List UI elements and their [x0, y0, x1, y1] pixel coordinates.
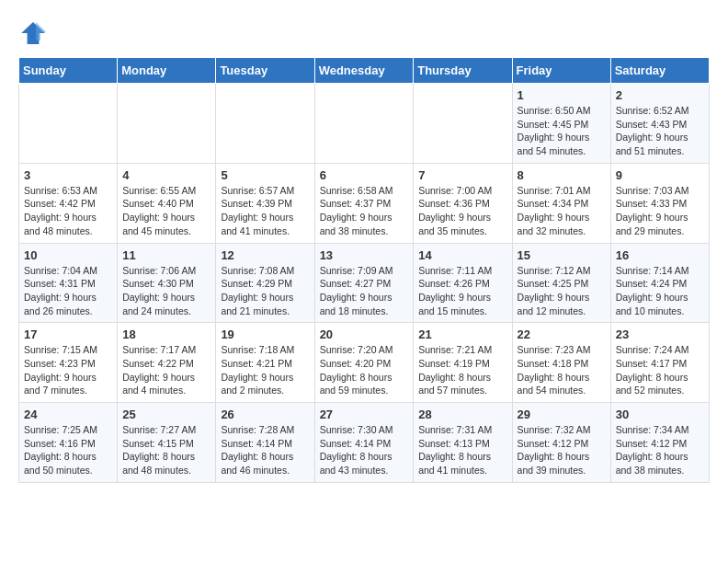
calendar-cell: 10Sunrise: 7:04 AM Sunset: 4:31 PM Dayli…: [19, 243, 118, 323]
day-number: 14: [418, 248, 506, 262]
day-info: Sunrise: 7:30 AM Sunset: 4:14 PM Dayligh…: [320, 423, 409, 477]
calendar-cell: [118, 84, 216, 164]
day-info: Sunrise: 7:28 AM Sunset: 4:14 PM Dayligh…: [221, 423, 309, 477]
day-info: Sunrise: 7:03 AM Sunset: 4:33 PM Dayligh…: [616, 184, 704, 238]
logo: [18, 18, 53, 48]
calendar-cell: 24Sunrise: 7:25 AM Sunset: 4:16 PM Dayli…: [19, 403, 118, 483]
day-info: Sunrise: 7:27 AM Sunset: 4:15 PM Dayligh…: [122, 423, 210, 477]
calendar-week-row: 17Sunrise: 7:15 AM Sunset: 4:23 PM Dayli…: [19, 323, 710, 403]
day-info: Sunrise: 6:55 AM Sunset: 4:40 PM Dayligh…: [122, 184, 210, 238]
calendar-cell: 27Sunrise: 7:30 AM Sunset: 4:14 PM Dayli…: [314, 403, 414, 483]
calendar-cell: 3Sunrise: 6:53 AM Sunset: 4:42 PM Daylig…: [19, 163, 118, 243]
page-header: [18, 18, 710, 48]
day-number: 1: [518, 88, 606, 102]
day-number: 5: [221, 168, 309, 182]
day-info: Sunrise: 6:58 AM Sunset: 4:37 PM Dayligh…: [320, 184, 409, 238]
calendar-cell: 22Sunrise: 7:23 AM Sunset: 4:18 PM Dayli…: [512, 323, 610, 403]
day-number: 4: [122, 168, 210, 182]
day-info: Sunrise: 7:31 AM Sunset: 4:13 PM Dayligh…: [418, 423, 506, 477]
calendar-week-row: 24Sunrise: 7:25 AM Sunset: 4:16 PM Dayli…: [19, 403, 710, 483]
calendar-cell: 7Sunrise: 7:00 AM Sunset: 4:36 PM Daylig…: [414, 163, 512, 243]
day-number: 6: [320, 168, 409, 182]
calendar-cell: 28Sunrise: 7:31 AM Sunset: 4:13 PM Dayli…: [414, 403, 512, 483]
day-number: 18: [122, 327, 210, 341]
day-info: Sunrise: 6:53 AM Sunset: 4:42 PM Dayligh…: [24, 184, 112, 238]
calendar-cell: 20Sunrise: 7:20 AM Sunset: 4:20 PM Dayli…: [314, 323, 414, 403]
day-number: 13: [320, 248, 409, 262]
day-info: Sunrise: 6:52 AM Sunset: 4:43 PM Dayligh…: [616, 104, 704, 158]
calendar-cell: 12Sunrise: 7:08 AM Sunset: 4:29 PM Dayli…: [216, 243, 314, 323]
col-header-thursday: Thursday: [414, 58, 512, 84]
col-header-tuesday: Tuesday: [216, 58, 314, 84]
calendar-cell: 17Sunrise: 7:15 AM Sunset: 4:23 PM Dayli…: [19, 323, 118, 403]
day-number: 25: [122, 408, 210, 421]
day-info: Sunrise: 7:09 AM Sunset: 4:27 PM Dayligh…: [320, 264, 409, 318]
day-number: 7: [418, 168, 506, 182]
col-header-saturday: Saturday: [610, 58, 709, 84]
day-info: Sunrise: 7:23 AM Sunset: 4:18 PM Dayligh…: [518, 343, 606, 397]
day-number: 15: [518, 248, 606, 262]
day-number: 28: [418, 408, 506, 421]
day-number: 24: [24, 408, 112, 421]
day-number: 12: [221, 248, 309, 262]
day-number: 26: [221, 408, 309, 421]
day-number: 3: [24, 168, 112, 182]
col-header-sunday: Sunday: [19, 58, 118, 84]
day-number: 2: [616, 88, 704, 102]
calendar-cell: 4Sunrise: 6:55 AM Sunset: 4:40 PM Daylig…: [118, 163, 216, 243]
calendar-cell: 21Sunrise: 7:21 AM Sunset: 4:19 PM Dayli…: [414, 323, 512, 403]
day-info: Sunrise: 7:24 AM Sunset: 4:17 PM Dayligh…: [616, 343, 704, 397]
calendar-cell: 30Sunrise: 7:34 AM Sunset: 4:12 PM Dayli…: [610, 403, 709, 483]
calendar-cell: 14Sunrise: 7:11 AM Sunset: 4:26 PM Dayli…: [414, 243, 512, 323]
day-info: Sunrise: 7:11 AM Sunset: 4:26 PM Dayligh…: [418, 264, 506, 318]
day-info: Sunrise: 7:14 AM Sunset: 4:24 PM Dayligh…: [616, 264, 704, 318]
day-info: Sunrise: 7:20 AM Sunset: 4:20 PM Dayligh…: [320, 343, 409, 397]
calendar-cell: [314, 84, 414, 164]
day-number: 23: [616, 327, 704, 341]
col-header-monday: Monday: [118, 58, 216, 84]
calendar-cell: 19Sunrise: 7:18 AM Sunset: 4:21 PM Dayli…: [216, 323, 314, 403]
calendar-cell: 2Sunrise: 6:52 AM Sunset: 4:43 PM Daylig…: [610, 84, 709, 164]
day-info: Sunrise: 7:08 AM Sunset: 4:29 PM Dayligh…: [221, 264, 309, 318]
day-info: Sunrise: 6:50 AM Sunset: 4:45 PM Dayligh…: [518, 104, 606, 158]
day-info: Sunrise: 7:18 AM Sunset: 4:21 PM Dayligh…: [221, 343, 309, 397]
calendar-cell: [19, 84, 118, 164]
day-info: Sunrise: 6:57 AM Sunset: 4:39 PM Dayligh…: [221, 184, 309, 238]
calendar-cell: 15Sunrise: 7:12 AM Sunset: 4:25 PM Dayli…: [512, 243, 610, 323]
calendar-cell: 18Sunrise: 7:17 AM Sunset: 4:22 PM Dayli…: [118, 323, 216, 403]
calendar-cell: 8Sunrise: 7:01 AM Sunset: 4:34 PM Daylig…: [512, 163, 610, 243]
day-number: 30: [616, 408, 704, 421]
calendar-cell: 16Sunrise: 7:14 AM Sunset: 4:24 PM Dayli…: [610, 243, 709, 323]
calendar-cell: 1Sunrise: 6:50 AM Sunset: 4:45 PM Daylig…: [512, 84, 610, 164]
calendar-cell: 6Sunrise: 6:58 AM Sunset: 4:37 PM Daylig…: [314, 163, 414, 243]
day-number: 8: [518, 168, 606, 182]
calendar-cell: 25Sunrise: 7:27 AM Sunset: 4:15 PM Dayli…: [118, 403, 216, 483]
day-number: 29: [518, 408, 606, 421]
day-info: Sunrise: 7:12 AM Sunset: 4:25 PM Dayligh…: [518, 264, 606, 318]
day-info: Sunrise: 7:25 AM Sunset: 4:16 PM Dayligh…: [24, 423, 112, 477]
day-number: 10: [24, 248, 112, 262]
day-number: 22: [518, 327, 606, 341]
day-info: Sunrise: 7:06 AM Sunset: 4:30 PM Dayligh…: [122, 264, 210, 318]
col-header-wednesday: Wednesday: [314, 58, 414, 84]
calendar-table: SundayMondayTuesdayWednesdayThursdayFrid…: [18, 57, 710, 483]
calendar-week-row: 3Sunrise: 6:53 AM Sunset: 4:42 PM Daylig…: [19, 163, 710, 243]
calendar-cell: 29Sunrise: 7:32 AM Sunset: 4:12 PM Dayli…: [512, 403, 610, 483]
day-number: 17: [24, 327, 112, 341]
day-info: Sunrise: 7:00 AM Sunset: 4:36 PM Dayligh…: [418, 184, 506, 238]
day-info: Sunrise: 7:04 AM Sunset: 4:31 PM Dayligh…: [24, 264, 112, 318]
day-number: 16: [616, 248, 704, 262]
calendar-cell: [414, 84, 512, 164]
calendar-cell: 23Sunrise: 7:24 AM Sunset: 4:17 PM Dayli…: [610, 323, 709, 403]
day-info: Sunrise: 7:32 AM Sunset: 4:12 PM Dayligh…: [518, 423, 606, 477]
day-number: 9: [616, 168, 704, 182]
day-number: 21: [418, 327, 506, 341]
day-info: Sunrise: 7:17 AM Sunset: 4:22 PM Dayligh…: [122, 343, 210, 397]
logo-icon: [18, 18, 48, 48]
calendar-week-row: 1Sunrise: 6:50 AM Sunset: 4:45 PM Daylig…: [19, 84, 710, 164]
calendar-cell: 5Sunrise: 6:57 AM Sunset: 4:39 PM Daylig…: [216, 163, 314, 243]
calendar-header-row: SundayMondayTuesdayWednesdayThursdayFrid…: [19, 58, 710, 84]
day-info: Sunrise: 7:01 AM Sunset: 4:34 PM Dayligh…: [518, 184, 606, 238]
day-number: 27: [320, 408, 409, 421]
calendar-cell: 26Sunrise: 7:28 AM Sunset: 4:14 PM Dayli…: [216, 403, 314, 483]
